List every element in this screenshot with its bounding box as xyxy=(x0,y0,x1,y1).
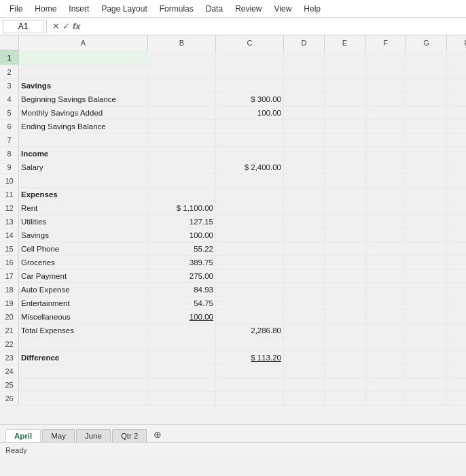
cell-f22[interactable] xyxy=(365,337,406,350)
cell-b16[interactable]: 389.75 xyxy=(148,256,216,269)
cell-d4[interactable] xyxy=(284,92,325,105)
cell-f25[interactable] xyxy=(365,378,406,391)
cell-c22[interactable] xyxy=(216,337,284,350)
cell-d24[interactable] xyxy=(284,364,325,377)
table-row[interactable]: 6 Ending Savings Balance xyxy=(0,120,466,133)
cell-h1[interactable] xyxy=(447,50,466,65)
cell-b3[interactable] xyxy=(148,79,216,92)
cell-a5[interactable]: Monthly Savings Added xyxy=(19,106,148,119)
cell-g18[interactable] xyxy=(406,283,447,296)
cell-c8[interactable] xyxy=(216,147,284,160)
cell-b10[interactable] xyxy=(148,174,216,187)
cell-b1[interactable] xyxy=(148,50,216,65)
cell-g14[interactable] xyxy=(406,228,447,241)
cell-a19[interactable]: Entertainment xyxy=(19,296,148,309)
cell-a4[interactable]: Beginning Savings Balance xyxy=(19,92,148,105)
cell-d16[interactable] xyxy=(284,256,325,269)
cell-f17[interactable] xyxy=(365,269,406,282)
col-header-g[interactable]: G xyxy=(406,35,447,50)
cell-a20[interactable]: Miscellaneous xyxy=(19,310,148,323)
cell-c17[interactable] xyxy=(216,269,284,282)
cell-e12[interactable] xyxy=(325,201,365,214)
cell-f23[interactable] xyxy=(365,351,406,364)
cell-c21[interactable]: 2,286.80 xyxy=(216,324,284,337)
cell-c24[interactable] xyxy=(216,364,284,377)
cell-h13[interactable] xyxy=(447,215,466,228)
cell-c15[interactable] xyxy=(216,242,284,255)
function-icon[interactable]: fx xyxy=(73,21,81,31)
cell-c26[interactable] xyxy=(216,392,284,405)
cell-h8[interactable] xyxy=(447,147,466,160)
table-row[interactable]: 12 Rent$ 1,100.00 xyxy=(0,201,466,215)
cell-h2[interactable] xyxy=(447,65,466,78)
cell-h15[interactable] xyxy=(447,242,466,255)
cell-g10[interactable] xyxy=(406,174,447,187)
cell-h16[interactable] xyxy=(447,256,466,269)
cell-c11[interactable] xyxy=(216,188,284,201)
cell-d5[interactable] xyxy=(284,106,325,119)
cell-h25[interactable] xyxy=(447,378,466,391)
cell-c4[interactable]: $ 300.00 xyxy=(216,92,284,105)
cell-d22[interactable] xyxy=(284,337,325,350)
cell-g1[interactable] xyxy=(406,50,447,65)
table-row[interactable]: 20 Miscellaneous100.00 xyxy=(0,310,466,324)
cell-b14[interactable]: 100.00 xyxy=(148,228,216,241)
cell-g20[interactable] xyxy=(406,310,447,323)
cell-c20[interactable] xyxy=(216,310,284,323)
cell-a3[interactable]: Savings xyxy=(19,79,148,92)
cell-d20[interactable] xyxy=(284,310,325,323)
cell-e6[interactable] xyxy=(325,120,365,133)
cell-f5[interactable] xyxy=(365,106,406,119)
cell-d26[interactable] xyxy=(284,392,325,405)
cell-e16[interactable] xyxy=(325,256,365,269)
cell-f26[interactable] xyxy=(365,392,406,405)
cell-g4[interactable] xyxy=(406,92,447,105)
cell-h20[interactable] xyxy=(447,310,466,323)
cell-f19[interactable] xyxy=(365,296,406,309)
menu-help[interactable]: Help xyxy=(298,2,326,16)
cell-e18[interactable] xyxy=(325,283,365,296)
cell-e26[interactable] xyxy=(325,392,365,405)
cell-g26[interactable] xyxy=(406,392,447,405)
cell-b15[interactable]: 55.22 xyxy=(148,242,216,255)
cell-b8[interactable] xyxy=(148,147,216,160)
cell-g25[interactable] xyxy=(406,378,447,391)
cell-b13[interactable]: 127.15 xyxy=(148,215,216,228)
col-header-e[interactable]: E xyxy=(325,35,365,50)
cell-h5[interactable] xyxy=(447,106,466,119)
cell-g5[interactable] xyxy=(406,106,447,119)
cell-h3[interactable] xyxy=(447,79,466,92)
table-row[interactable]: 13 Utilities127.15 xyxy=(0,215,466,228)
cell-d17[interactable] xyxy=(284,269,325,282)
cell-a1[interactable] xyxy=(19,50,148,65)
cell-a24[interactable] xyxy=(19,364,148,377)
table-row[interactable]: 25 xyxy=(0,378,466,392)
cell-g23[interactable] xyxy=(406,351,447,364)
cell-a6[interactable]: Ending Savings Balance xyxy=(19,120,148,133)
cell-c5[interactable]: 100.00 xyxy=(216,106,284,119)
cell-a13[interactable]: Utilities xyxy=(19,215,148,228)
cell-a23[interactable]: Difference xyxy=(19,351,148,364)
cell-g22[interactable] xyxy=(406,337,447,350)
menu-view[interactable]: View xyxy=(269,2,298,16)
cell-d2[interactable] xyxy=(284,65,325,78)
cell-h24[interactable] xyxy=(447,364,466,377)
cell-a14[interactable]: Savings xyxy=(19,228,148,241)
menu-page-layout[interactable]: Page Layout xyxy=(96,2,152,16)
cell-b19[interactable]: 54.75 xyxy=(148,296,216,309)
cell-h6[interactable] xyxy=(447,120,466,133)
cell-f9[interactable] xyxy=(365,160,406,173)
cell-h12[interactable] xyxy=(447,201,466,214)
cell-c6[interactable] xyxy=(216,120,284,133)
cell-d23[interactable] xyxy=(284,351,325,364)
cell-d9[interactable] xyxy=(284,160,325,173)
sheet-tab-may[interactable]: May xyxy=(42,429,75,442)
cell-b22[interactable] xyxy=(148,337,216,350)
table-row[interactable]: 7 xyxy=(0,133,466,147)
cell-c2[interactable] xyxy=(216,65,284,78)
cell-d10[interactable] xyxy=(284,174,325,187)
cell-e14[interactable] xyxy=(325,228,365,241)
cell-a10[interactable] xyxy=(19,174,148,187)
cell-c23[interactable]: $ 113.20 xyxy=(216,351,284,364)
cell-d8[interactable] xyxy=(284,147,325,160)
